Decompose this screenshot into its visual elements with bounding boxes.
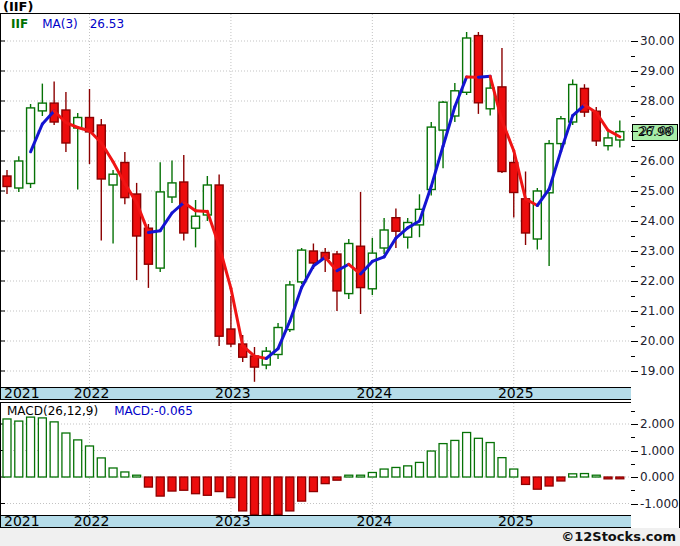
candle-2023-07 (298, 250, 306, 282)
candle-2022-08 (168, 183, 176, 197)
macd-bar-2022-06 (144, 477, 152, 487)
candle-2025-09 (604, 138, 612, 146)
macd-axis-minor-tick (631, 464, 635, 465)
macd-bar-2023-04 (262, 477, 270, 515)
price-axis-label: 26.00 (640, 154, 674, 168)
candle-2023-08 (309, 251, 317, 263)
price-axis-label: 20.00 (640, 334, 674, 348)
macd-bar-2022-11 (203, 477, 211, 495)
candle-2024-01 (368, 253, 376, 289)
year-label: 2021 (4, 386, 40, 400)
price-axis-label: 28.00 (640, 94, 674, 108)
macd-axis-minor-tick (631, 411, 635, 412)
price-chart-legend: IIFMA(3)26.53 (11, 17, 124, 31)
stock-chart-app: (IIF) IIFMA(3)26.53 20212022202320242025… (0, 0, 680, 546)
symbol-title: (IIF) (3, 0, 33, 14)
candle-2021-09 (38, 103, 46, 111)
footer: ©12Stocks.com (0, 528, 680, 546)
price-axis-tick (631, 341, 638, 342)
macd-bar-2022-03 (109, 468, 117, 477)
macd-bar-2025-06 (569, 474, 577, 477)
macd-legend-label: MACD(26,12,9) (7, 404, 98, 418)
year-label: 2022 (71, 386, 111, 400)
price-axis-minor-tick (631, 236, 635, 237)
macd-bar-2023-06 (286, 477, 294, 511)
price-axis-minor-tick (631, 326, 635, 327)
macd-bar-2023-10 (333, 477, 341, 480)
price-xaxis-band: 20212022202320242025 (0, 387, 632, 400)
year-label: 2025 (496, 386, 536, 400)
macd-bar-2022-05 (133, 475, 141, 477)
macd-bar-2023-07 (298, 477, 306, 501)
macd-bar-2024-04 (404, 466, 412, 477)
macd-bar-2025-10 (616, 477, 624, 479)
macd-bar-2025-07 (580, 474, 588, 477)
candle-2021-06 (3, 176, 11, 187)
macd-bar-2025-08 (592, 475, 600, 477)
macd-bar-2022-10 (192, 477, 200, 494)
price-axis-label: 22.00 (640, 274, 674, 288)
macd-axis-tick (631, 424, 638, 425)
copyright-link[interactable]: ©12Stocks.com (561, 529, 676, 544)
candle-2024-10 (474, 36, 482, 103)
price-axis-tick (631, 281, 638, 282)
macd-bar-2023-08 (309, 477, 317, 492)
legend-ma-label: MA(3) (42, 17, 78, 31)
macd-bar-2023-09 (321, 477, 329, 484)
macd-axis-tick (631, 504, 638, 505)
macd-bar-2023-03 (250, 477, 258, 515)
macd-bar-2024-05 (415, 462, 423, 477)
macd-panel: MACD(26,12,9)MACD:-0.065 (0, 402, 632, 516)
price-axis-label: 21.00 (640, 304, 674, 318)
year-label: 2021 (4, 514, 40, 528)
candle-2024-02 (380, 230, 388, 248)
macd-bar-2025-04 (545, 477, 553, 486)
candle-2024-07 (439, 102, 447, 130)
macd-bar-2022-04 (121, 472, 129, 477)
macd-axis-label: 0.000 (640, 470, 674, 484)
candle-2023-12 (357, 246, 365, 287)
macd-bar-2021-10 (50, 422, 58, 477)
macd-bar-2024-10 (474, 438, 482, 477)
macd-bar-2021-11 (62, 433, 70, 477)
macd-bar-2023-11 (345, 475, 353, 477)
macd-bar-2021-08 (27, 417, 35, 477)
candle-2025-02 (522, 199, 530, 233)
macd-bar-2024-08 (451, 440, 459, 477)
price-axis-minor-tick (631, 296, 635, 297)
candle-2024-03 (392, 218, 400, 232)
price-axis-tick (631, 101, 638, 102)
macd-chart-canvas[interactable] (1, 403, 631, 516)
macd-axis-tick (631, 451, 638, 452)
price-axis-tick (631, 311, 638, 312)
price-axis-tick (631, 161, 638, 162)
year-label: 2023 (213, 514, 253, 528)
macd-bar-2025-09 (604, 477, 612, 479)
candle-2022-09 (180, 182, 188, 233)
macd-bar-2021-07 (15, 421, 23, 477)
macd-bar-2024-07 (439, 444, 447, 477)
macd-bar-2025-03 (533, 477, 541, 489)
candle-2023-01 (227, 329, 235, 344)
macd-axis-minor-tick (631, 437, 635, 438)
price-axis-label: 24.00 (640, 214, 674, 228)
candle-2023-11 (345, 244, 353, 294)
ma3-line-segment (419, 186, 431, 221)
macd-axis-label: 1.000 (640, 444, 674, 458)
macd-bar-2021-12 (74, 440, 82, 477)
candle-2022-03 (109, 174, 117, 185)
right-axis: 26.98 30.0029.0028.0027.0026.0025.0024.0… (631, 13, 680, 529)
macd-axis-minor-tick (631, 490, 635, 491)
macd-legend: MACD(26,12,9)MACD:-0.065 (7, 404, 193, 418)
price-axis-label: 23.00 (640, 244, 674, 258)
macd-bar-2024-09 (463, 432, 471, 477)
price-chart-canvas[interactable] (1, 14, 631, 388)
price-axis-tick (631, 251, 638, 252)
price-axis-tick (631, 41, 638, 42)
price-axis-tick (631, 371, 638, 372)
candle-2022-10 (192, 216, 200, 228)
macd-axis-tick (631, 477, 638, 478)
macd-bar-2023-02 (239, 477, 247, 511)
legend-ma-value: 26.53 (90, 17, 124, 31)
price-axis-minor-tick (631, 86, 635, 87)
